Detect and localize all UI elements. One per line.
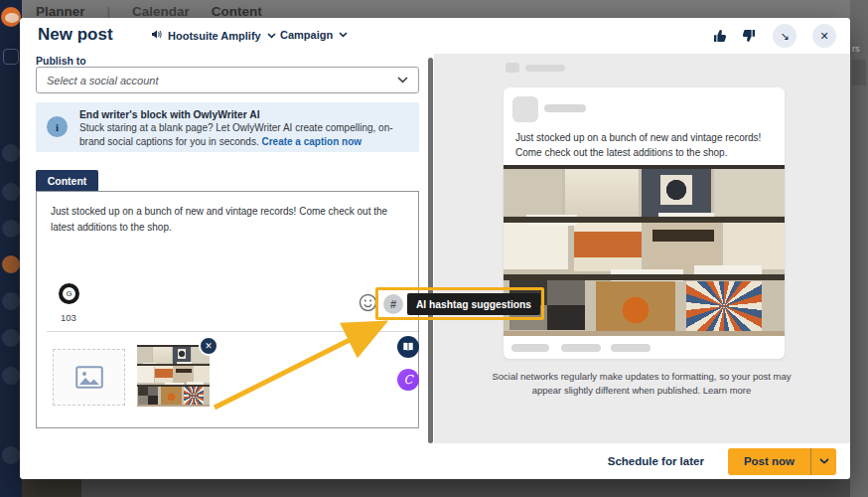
hashtag-tooltip: AI hashtag suggestions — [407, 293, 540, 315]
modal-title: New post — [38, 25, 113, 45]
sidebar-icon-3[interactable] — [2, 220, 20, 238]
post-now-label: Post now — [728, 455, 810, 467]
preview-skeleton-chip — [506, 63, 519, 73]
social-account-select[interactable]: Select a social account — [36, 67, 419, 93]
new-post-modal: New post Hootsuite Amplify Campaign — [20, 18, 850, 479]
background-right-edge: rs — [850, 0, 868, 497]
chevron-down-icon — [819, 458, 829, 464]
diagonal-arrow-icon: ↘ — [780, 30, 789, 43]
schedule-for-later-button[interactable]: Schedule for later — [608, 455, 704, 467]
tab-content[interactable]: Content — [212, 4, 262, 19]
sidebar-icon-active[interactable] — [2, 255, 20, 273]
info-icon: i — [47, 116, 68, 137]
thumbs-up-icon[interactable] — [711, 27, 729, 45]
post-text[interactable]: Just stocked up on a bunch of new and vi… — [51, 204, 406, 236]
sidebar-icon-4[interactable] — [2, 292, 20, 310]
hootsuite-owl-logo[interactable] — [1, 7, 21, 27]
editor-divider — [47, 331, 418, 332]
image-placeholder-icon — [75, 366, 103, 389]
pane-scrollbar[interactable] — [428, 58, 433, 443]
canva-icon: C — [403, 373, 412, 387]
media-library-button[interactable] — [397, 336, 419, 358]
chevron-down-icon — [339, 32, 348, 38]
sidebar-icon-1[interactable] — [2, 144, 20, 162]
g-badge-icon[interactable]: G — [59, 283, 79, 304]
content-tab[interactable]: Content — [36, 170, 98, 191]
attachment-thumbnail[interactable]: ✕ — [137, 345, 210, 407]
thumbs-down-icon[interactable] — [739, 27, 757, 45]
background-edge-text: rs — [852, 44, 860, 54]
post-now-button[interactable]: Post now — [728, 448, 836, 475]
hashtag-highlight: # AI hashtag suggestions — [375, 287, 544, 320]
sidebar-icon-6[interactable] — [2, 367, 20, 385]
remove-attachment-button[interactable]: ✕ — [199, 336, 218, 356]
chevron-down-icon — [267, 33, 276, 39]
tab-calendar[interactable]: Calendar — [132, 4, 190, 19]
publish-to-label: Publish to — [36, 55, 86, 67]
character-count: 103 — [61, 312, 76, 323]
sidebar-icon-7[interactable] — [2, 446, 20, 464]
post-now-dropdown[interactable] — [810, 448, 836, 475]
select-placeholder: Select a social account — [47, 75, 397, 86]
attachment-image — [137, 345, 210, 407]
chevron-down-icon — [397, 77, 408, 83]
post-preview-card: Just stocked up on a bunch of new and vi… — [504, 87, 785, 359]
tab-separator: | — [107, 4, 111, 19]
compose-icon[interactable] — [3, 49, 19, 65]
preview-action-skeleton — [611, 344, 651, 352]
preview-name-skeleton — [544, 104, 586, 112]
preview-avatar — [512, 96, 538, 122]
close-icon: ✕ — [819, 30, 828, 43]
app-screen: Planner | Calendar Content rs New post — [0, 0, 868, 497]
app-sidebar — [0, 0, 22, 497]
learn-more-link[interactable]: Learn more — [703, 385, 752, 396]
close-icon: ✕ — [205, 341, 213, 351]
campaign-label: Campaign — [280, 29, 333, 41]
preview-skeleton-bar — [525, 65, 565, 72]
sidebar-icon-2[interactable] — [2, 183, 20, 201]
amplify-dropdown[interactable]: Hootsuite Amplify — [151, 29, 276, 42]
sidebar-icon-5[interactable] — [2, 329, 20, 347]
canva-button[interactable]: C — [397, 369, 419, 391]
add-media-dropzone[interactable] — [53, 349, 125, 406]
minimize-button[interactable]: ↘ — [773, 24, 796, 48]
preview-post-image — [504, 165, 785, 336]
tab-planner[interactable]: Planner — [36, 4, 85, 19]
background-bottom — [0, 479, 868, 497]
campaign-dropdown[interactable]: Campaign — [280, 29, 348, 41]
preview-post-text: Just stocked up on a bunch of new and vi… — [515, 131, 776, 160]
background-tabs: Planner | Calendar Content — [36, 4, 262, 19]
create-caption-link[interactable]: Create a caption now — [261, 136, 362, 147]
owlywriter-banner: i End writer's block with OwlyWriter AI … — [36, 102, 419, 152]
background-edge-box — [852, 60, 866, 85]
hashtag-icon: # — [390, 298, 396, 310]
modal-header: New post Hootsuite Amplify Campaign — [20, 18, 850, 54]
ai-hashtag-button[interactable]: # — [383, 294, 403, 314]
preview-action-skeleton — [561, 344, 601, 352]
banner-title: End writer's block with OwlyWriter AI — [79, 109, 260, 120]
amplify-icon — [151, 29, 162, 42]
modal-footer: Schedule for later Post now — [20, 443, 850, 479]
amplify-label: Hootsuite Amplify — [168, 30, 261, 42]
preview-action-skeleton — [511, 344, 549, 352]
close-button[interactable]: ✕ — [812, 24, 836, 48]
background-photo — [22, 479, 81, 497]
book-icon — [402, 342, 414, 352]
